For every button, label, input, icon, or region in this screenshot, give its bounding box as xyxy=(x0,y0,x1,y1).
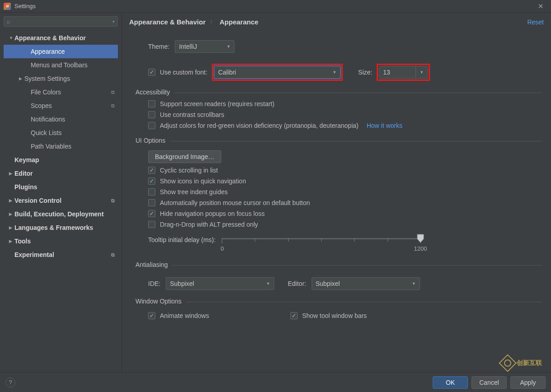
tree-item-appearance[interactable]: ▶Appearance xyxy=(4,45,118,58)
aa-editor-label: Editor: xyxy=(288,280,306,287)
chevron-icon: ▶ xyxy=(9,198,14,203)
font-name-combo[interactable]: Calibri ▼ xyxy=(214,66,341,79)
tree-item-scopes[interactable]: ▶Scopes⧉ xyxy=(4,99,118,112)
chevron-down-icon: ▼ xyxy=(416,66,424,78)
app-icon xyxy=(4,3,11,10)
background-image-button[interactable]: Background Image… xyxy=(148,150,221,163)
show-tool-bars-label: Show tool window bars xyxy=(302,312,367,319)
chevron-down-icon[interactable]: ▾ xyxy=(112,19,115,24)
tree-item-menus-and-toolbars[interactable]: ▶Menus and Toolbars xyxy=(4,58,118,72)
chevron-down-icon: ▼ xyxy=(332,70,336,75)
tree-item-tools[interactable]: ▶Tools xyxy=(4,234,118,248)
tree-item-label: Quick Lists xyxy=(31,129,118,136)
hide-nav-popups-checkbox[interactable] xyxy=(148,210,155,217)
chevron-down-icon: ▼ xyxy=(266,281,270,286)
window-title: Settings xyxy=(14,3,36,9)
tree-item-appearance-behavior[interactable]: ▼Appearance & Behavior xyxy=(4,31,118,45)
breadcrumb-page: Appearance xyxy=(219,18,258,26)
dnd-alt-label: Drag-n-Drop with ALT pressed only xyxy=(160,221,258,228)
adjust-colors-checkbox[interactable] xyxy=(148,122,155,129)
close-icon[interactable]: ✕ xyxy=(535,1,546,11)
tree-item-keymap[interactable]: ▶Keymap xyxy=(4,153,118,167)
tree-item-file-colors[interactable]: ▶File Colors⧉ xyxy=(4,85,118,99)
chevron-down-icon: ▼ xyxy=(412,281,416,286)
hide-nav-popups-label: Hide navigation popups on focus loss xyxy=(160,210,265,217)
tree-item-languages-frameworks[interactable]: ▶Languages & Frameworks xyxy=(4,221,118,234)
animate-windows-checkbox[interactable] xyxy=(148,312,155,319)
project-scope-icon: ⧉ xyxy=(110,197,116,204)
breadcrumb-group: Appearance & Behavior xyxy=(129,18,205,26)
show-icons-nav-label: Show icons in quick navigation xyxy=(160,177,246,185)
chevron-right-icon: 〉 xyxy=(210,19,215,25)
font-combo-highlight: Calibri ▼ xyxy=(212,64,343,81)
apply-button[interactable]: Apply xyxy=(510,376,546,389)
chevron-icon: ▶ xyxy=(9,225,14,230)
tooltip-delay-slider[interactable]: 0 1200 xyxy=(222,235,420,253)
accessibility-legend: Accessibility xyxy=(135,89,174,96)
show-icons-nav-checkbox[interactable] xyxy=(148,177,155,185)
font-size-label: Size: xyxy=(358,69,372,76)
ui-options-legend: UI Options xyxy=(135,137,170,144)
tree-item-label: Experimental xyxy=(14,251,110,258)
sidebar: ⌕ ▾ ▼Appearance & Behavior▶Appearance▶Me… xyxy=(0,13,122,372)
chevron-icon: ▼ xyxy=(9,36,14,40)
use-custom-font-checkbox[interactable] xyxy=(148,69,155,76)
font-size-combo[interactable]: 13 ▼ xyxy=(379,66,428,79)
tree-item-version-control[interactable]: ▶Version Control⧉ xyxy=(4,194,118,207)
font-name-value: Calibri xyxy=(218,69,236,76)
tree-item-plugins[interactable]: ▶Plugins xyxy=(4,180,118,194)
project-scope-icon: ⧉ xyxy=(110,89,116,95)
tree-indent-checkbox[interactable] xyxy=(148,188,155,196)
tree-item-label: Version Control xyxy=(14,197,110,204)
search-input[interactable] xyxy=(12,18,112,25)
tree-item-label: System Settings xyxy=(24,75,118,82)
cyclic-scrolling-checkbox[interactable] xyxy=(148,167,155,174)
animate-windows-label: Animate windows xyxy=(160,312,209,319)
reset-link[interactable]: Reset xyxy=(527,19,544,26)
screen-readers-checkbox[interactable] xyxy=(148,100,155,107)
tree-item-build-execution-deployment[interactable]: ▶Build, Execution, Deployment xyxy=(4,207,118,221)
tree-item-path-variables[interactable]: ▶Path Variables xyxy=(4,140,118,153)
theme-combo[interactable]: IntelliJ ▼ xyxy=(175,40,234,53)
tree-item-label: File Colors xyxy=(31,89,110,96)
chevron-icon: ▶ xyxy=(9,212,14,216)
tree-item-experimental[interactable]: ▶Experimental⧉ xyxy=(4,248,118,261)
contrast-scrollbars-label: Use contrast scrollbars xyxy=(160,111,224,118)
tree-item-label: Scopes xyxy=(31,102,110,109)
tree-item-label: Editor xyxy=(14,170,118,177)
chevron-down-icon: ▼ xyxy=(227,44,231,49)
theme-label: Theme: xyxy=(148,43,169,50)
dnd-alt-checkbox[interactable] xyxy=(148,221,155,228)
aa-editor-combo[interactable]: Subpixel ▼ xyxy=(312,277,420,290)
help-button[interactable]: ? xyxy=(5,378,15,387)
chevron-icon: ▶ xyxy=(19,76,24,81)
auto-mouse-label: Automatically position mouse cursor on d… xyxy=(160,199,310,206)
tree-item-label: Build, Execution, Deployment xyxy=(14,210,118,218)
adjust-colors-label: Adjust colors for red-green vision defic… xyxy=(160,122,359,129)
auto-mouse-checkbox[interactable] xyxy=(148,199,155,206)
chevron-icon: ▶ xyxy=(9,171,14,176)
settings-tree: ▼Appearance & Behavior▶Appearance▶Menus … xyxy=(4,31,118,372)
tree-item-system-settings[interactable]: ▶System Settings xyxy=(4,72,118,85)
show-tool-bars-checkbox[interactable] xyxy=(290,312,298,319)
tree-item-label: Appearance & Behavior xyxy=(14,34,118,42)
window-options-legend: Window Options xyxy=(135,298,186,305)
breadcrumb: Appearance & Behavior 〉 Appearance xyxy=(129,18,527,26)
font-size-highlight: 13 ▼ xyxy=(377,64,430,81)
tree-item-label: Appearance xyxy=(31,48,118,55)
use-custom-font-label: Use custom font: xyxy=(160,69,207,76)
tree-item-editor[interactable]: ▶Editor xyxy=(4,167,118,180)
cancel-button[interactable]: Cancel xyxy=(472,376,507,389)
aa-ide-combo[interactable]: Subpixel ▼ xyxy=(166,277,274,290)
tree-item-label: Path Variables xyxy=(31,143,118,150)
ok-button[interactable]: OK xyxy=(433,376,468,389)
antialiasing-legend: Antialiasing xyxy=(135,261,173,268)
search-box[interactable]: ⌕ ▾ xyxy=(4,16,118,27)
contrast-scrollbars-checkbox[interactable] xyxy=(148,111,155,118)
tooltip-delay-label: Tooltip initial delay (ms): xyxy=(148,235,215,243)
tree-item-notifications[interactable]: ▶Notifications xyxy=(4,112,118,126)
tree-item-label: Keymap xyxy=(14,156,118,163)
tree-item-quick-lists[interactable]: ▶Quick Lists xyxy=(4,126,118,140)
footer: ? OK Cancel Apply xyxy=(0,372,551,392)
how-it-works-link[interactable]: How it works xyxy=(367,122,402,129)
